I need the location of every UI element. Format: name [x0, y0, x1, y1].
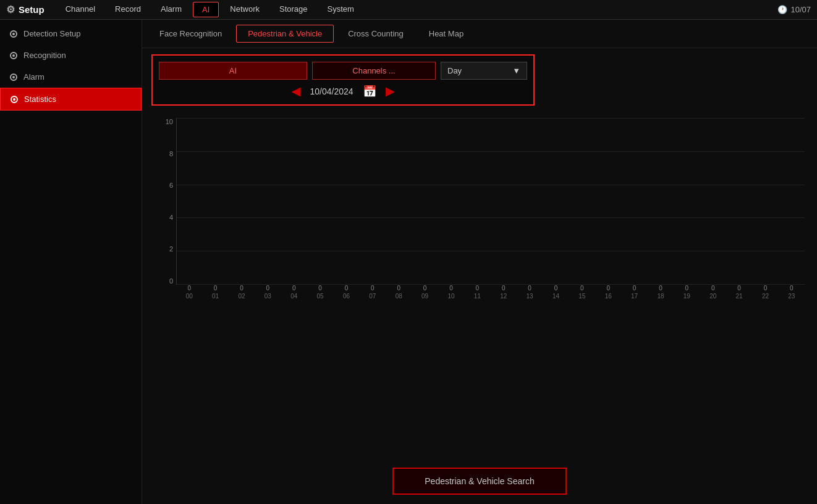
x-value: 0	[685, 285, 689, 292]
x-hour: 08	[396, 293, 402, 300]
y-label: 0	[169, 277, 173, 285]
sidebar-label: Alarm	[23, 72, 44, 82]
x-col-23: 023	[779, 285, 805, 300]
x-col-09: 009	[412, 285, 438, 300]
x-col-21: 021	[726, 285, 752, 300]
date-display: 10/04/2024	[310, 86, 353, 96]
y-label: 4	[169, 214, 173, 221]
x-value: 0	[397, 285, 400, 292]
controls-area: AI Channels ... Day ▼ ◀ 10/04/2024 📅 ▶	[142, 48, 817, 112]
x-value: 0	[345, 285, 349, 292]
x-value: 0	[214, 285, 218, 292]
sidebar-label: Recognition	[23, 51, 66, 60]
x-value: 0	[790, 285, 794, 292]
nav-item-record[interactable]: Record	[106, 2, 150, 17]
x-col-19: 019	[674, 285, 700, 300]
nav-item-channel[interactable]: Channel	[57, 2, 104, 17]
ai-button[interactable]: AI	[159, 62, 307, 80]
x-col-20: 020	[700, 285, 726, 300]
x-col-11: 011	[464, 285, 490, 300]
sidebar-item-alarm[interactable]: Alarm	[0, 66, 142, 88]
x-value: 0	[476, 285, 480, 292]
y-label: 8	[169, 150, 173, 158]
controls-row1: AI Channels ... Day ▼	[159, 62, 527, 80]
clock-icon: 🕐	[777, 5, 787, 14]
x-value: 0	[606, 285, 610, 292]
x-value: 0	[711, 285, 715, 292]
controls-box: AI Channels ... Day ▼ ◀ 10/04/2024 📅 ▶	[151, 54, 535, 106]
chart-grid	[176, 118, 805, 285]
sub-tabs: Face RecognitionPedestrian & VehicleCros…	[142, 20, 817, 48]
sidebar: Detection SetupRecognitionAlarmStatistic…	[0, 20, 142, 504]
x-col-22: 022	[752, 285, 778, 300]
sidebar-item-detection-setup[interactable]: Detection Setup	[0, 23, 142, 44]
x-col-03: 003	[255, 285, 281, 300]
dot-icon	[10, 52, 17, 59]
x-value: 0	[737, 285, 741, 292]
day-select[interactable]: Day ▼	[441, 62, 527, 80]
grid-line	[176, 185, 805, 185]
x-col-14: 014	[543, 285, 569, 300]
sidebar-label: Statistics	[24, 94, 56, 104]
x-hour: 05	[317, 293, 324, 300]
x-col-04: 004	[281, 285, 307, 300]
x-value: 0	[633, 285, 637, 292]
grid-line	[176, 217, 805, 218]
chart-main: 0000010020030040050060070080090100110120…	[176, 118, 805, 303]
x-hour: 16	[605, 293, 612, 300]
nav-item-storage[interactable]: Storage	[271, 2, 316, 17]
next-date-button[interactable]: ▶	[386, 85, 394, 98]
x-hour: 19	[684, 293, 690, 300]
x-value: 0	[554, 285, 558, 292]
x-hour: 23	[788, 293, 795, 300]
x-hour: 18	[657, 293, 664, 300]
main-layout: Detection SetupRecognitionAlarmStatistic…	[0, 20, 817, 504]
x-hour: 14	[552, 293, 559, 300]
x-value: 0	[318, 285, 322, 292]
x-col-15: 015	[569, 285, 595, 300]
nav-item-network[interactable]: Network	[221, 2, 268, 17]
sidebar-item-recognition[interactable]: Recognition	[0, 44, 142, 66]
sub-tab-face-recognition[interactable]: Face Recognition	[148, 25, 233, 42]
channels-button[interactable]: Channels ...	[312, 62, 436, 80]
x-value: 0	[659, 285, 662, 292]
x-col-08: 008	[386, 285, 412, 300]
calendar-button[interactable]: 📅	[363, 85, 376, 98]
x-value: 0	[764, 285, 768, 292]
x-col-13: 013	[517, 285, 543, 300]
x-value: 0	[292, 285, 296, 292]
y-axis: 1086420	[155, 118, 176, 285]
x-value: 0	[449, 285, 453, 292]
x-hour: 01	[212, 293, 219, 300]
x-col-18: 018	[648, 285, 674, 300]
x-col-00: 000	[176, 285, 202, 300]
sub-tab-pedestrian-vehicle[interactable]: Pedestrian & Vehicle	[236, 25, 334, 43]
nav-item-ai[interactable]: AI	[193, 2, 219, 17]
sidebar-item-statistics[interactable]: Statistics	[0, 88, 142, 111]
gear-icon: ⚙	[6, 4, 15, 15]
x-value: 0	[240, 285, 243, 292]
clock: 🕐 10/07	[777, 5, 811, 14]
grid-line	[176, 151, 805, 152]
x-value: 0	[528, 285, 531, 292]
x-col-16: 016	[595, 285, 621, 300]
chart-area: 1086420	[142, 112, 817, 458]
sub-tab-heat-map[interactable]: Heat Map	[418, 25, 475, 42]
x-hour: 02	[238, 293, 245, 300]
x-value: 0	[423, 285, 427, 292]
x-col-01: 001	[202, 285, 228, 300]
sub-tab-cross-counting[interactable]: Cross Counting	[337, 25, 415, 42]
app-logo: ⚙ Setup	[6, 4, 44, 15]
nav-item-system[interactable]: System	[319, 2, 363, 17]
x-value: 0	[371, 285, 375, 292]
pedestrian-vehicle-search-button[interactable]: Pedestrian & Vehicle Search	[392, 468, 566, 495]
controls-row2: ◀ 10/04/2024 📅 ▶	[159, 85, 527, 98]
content-inner: Face RecognitionPedestrian & VehicleCros…	[142, 20, 817, 504]
nav-item-alarm[interactable]: Alarm	[152, 2, 190, 17]
x-hour: 09	[421, 293, 428, 300]
y-label: 10	[166, 118, 173, 125]
x-col-07: 007	[360, 285, 386, 300]
prev-date-button[interactable]: ◀	[292, 85, 300, 98]
y-label: 6	[169, 182, 173, 189]
x-hour: 03	[265, 293, 271, 300]
